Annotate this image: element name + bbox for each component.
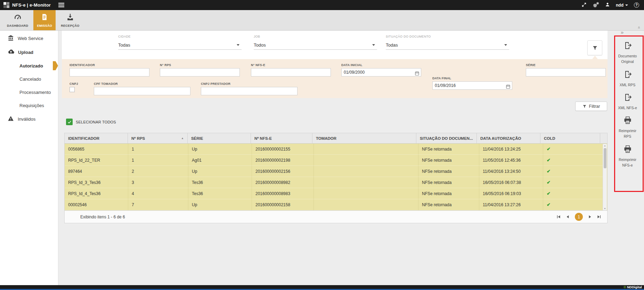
cell-situacao: NFSe retornada xyxy=(418,177,479,188)
column-n-rps[interactable]: Nº RPS▲ xyxy=(128,133,188,143)
cell-tomador xyxy=(314,144,418,155)
cell-situacao: NFSe retornada xyxy=(418,188,479,199)
cell-identificador: RPS_Id_22_TER xyxy=(65,155,128,166)
check-icon: ✔ xyxy=(547,169,551,174)
checked-checkbox-icon xyxy=(66,119,73,125)
cell-tomador xyxy=(314,188,418,199)
filter-situacao-value: Todas xyxy=(386,42,504,48)
field-serie: SÉRIE xyxy=(526,63,606,76)
select-all-label: SELECIONAR TODOS xyxy=(76,120,116,124)
sidebar-item-invalidos[interactable]: Inválidos xyxy=(0,112,58,126)
action-reimprimir-nfse[interactable]: Reimprimir NFS-e xyxy=(615,145,641,168)
n-nfse-input[interactable] xyxy=(251,68,331,76)
collapse-panel-icon[interactable]: » xyxy=(621,29,623,35)
table-scrollbar[interactable]: ▲ ▼ xyxy=(603,144,607,210)
printer-icon xyxy=(623,145,632,155)
cnpj-checkbox[interactable] xyxy=(70,87,75,92)
pagination: 1 xyxy=(556,213,607,221)
chevron-down-icon xyxy=(237,44,239,46)
first-page-button[interactable] xyxy=(556,215,561,219)
cell-data_autorizacao: 11/04/2016 13:24:25 xyxy=(479,144,543,155)
filter-situacao-select[interactable]: SITUAÇÃO DO DOCUMENTO Todas xyxy=(386,35,509,50)
cell-serie: Tes36 xyxy=(188,188,252,199)
sidebar-item-processamento[interactable]: Processamento xyxy=(0,86,58,99)
serie-input[interactable] xyxy=(526,68,606,76)
cell-data_autorizacao: 11/04/2016 13:24:50 xyxy=(479,166,543,177)
sidebar-item-requisicoes[interactable]: Requisições xyxy=(0,99,58,112)
actions-panel: Documento Original XML RPS XML NFS-e Rei… xyxy=(611,38,644,168)
cell-data_autorizacao: 11/04/2016 13:27:26 xyxy=(479,199,543,210)
cell-tomador xyxy=(314,166,418,177)
action-xml-rps[interactable]: XML RPS xyxy=(615,70,641,88)
field-n-nfse: N° NFS-E xyxy=(251,63,331,76)
action-reimprimir-rps[interactable]: Reimprimir RPS xyxy=(615,116,641,139)
table-row[interactable]: RPS_Id_3_Tes363Tes36201600000008982NFSe … xyxy=(65,177,607,188)
fullscreen-icon[interactable] xyxy=(581,2,587,8)
scroll-down-icon[interactable]: ▼ xyxy=(604,207,606,210)
scrollbar-thumb[interactable] xyxy=(604,148,606,168)
download-tray-icon xyxy=(66,13,74,22)
printer-icon xyxy=(623,116,632,126)
cell-n_rps: 4 xyxy=(128,188,188,199)
data-inicial-input[interactable] xyxy=(341,68,421,76)
sidebar-item-web-service[interactable]: Web Service xyxy=(0,31,58,45)
n-rps-input[interactable] xyxy=(160,68,240,76)
cnpj-prestador-input[interactable] xyxy=(201,87,297,95)
prev-page-button[interactable] xyxy=(565,215,570,219)
tab-emissao[interactable]: EMISSÃO xyxy=(33,10,56,30)
collapse-toolbar-icon[interactable]: » xyxy=(636,26,641,29)
sidebar-item-cancelado[interactable]: Cancelado xyxy=(0,72,58,86)
filter-cidade-select[interactable]: CIDADE Todas xyxy=(118,35,242,50)
chevron-down-icon xyxy=(504,44,507,46)
action-documento-original[interactable]: Documento Original xyxy=(615,41,641,65)
column-identificador[interactable]: IDENTIFICADOR xyxy=(65,133,128,143)
filtrar-button[interactable]: Filtrar xyxy=(575,102,607,111)
tab-recepcao[interactable]: RECEPÇÃO xyxy=(58,10,82,30)
cell-identificador: 00002546 xyxy=(65,199,128,210)
table-body: 00568651Up201600000002155NFSe retornada1… xyxy=(65,144,607,210)
table-row[interactable]: 8974642Up201600000002156NFSe retornada11… xyxy=(65,166,607,177)
column-n-nfse[interactable]: Nº NFS-E xyxy=(251,133,312,143)
sidebar-item-autorizado[interactable]: Autorizado xyxy=(0,59,58,72)
cell-serie: Up xyxy=(188,144,252,155)
column-tomador[interactable]: TOMADOR xyxy=(312,133,416,143)
help-icon[interactable]: ? xyxy=(634,2,639,8)
cpf-tomador-input[interactable] xyxy=(94,87,190,95)
check-icon: ✔ xyxy=(547,158,551,163)
cell-situacao: NFSe retornada xyxy=(418,166,479,177)
menu-icon[interactable] xyxy=(58,3,64,7)
results-table: IDENTIFICADOR Nº RPS▲ SÉRIE Nº NFS-E TOM… xyxy=(64,133,608,223)
action-xml-nfse[interactable]: XML NFS-e xyxy=(615,93,641,111)
column-situacao[interactable]: SITUAÇÃO DO DOCUMEN... xyxy=(416,133,477,143)
scroll-up-icon[interactable]: ▲ xyxy=(604,144,606,147)
bank-icon xyxy=(8,35,14,42)
select-all-checkbox[interactable]: SELECIONAR TODOS xyxy=(66,119,116,125)
items-count-text: Exibindo itens 1 - 6 de 6 xyxy=(80,215,125,219)
data-final-input[interactable] xyxy=(432,81,512,90)
table-row[interactable]: 000025467Up201600000002158NFSe retornada… xyxy=(65,199,607,210)
column-serie[interactable]: SÉRIE xyxy=(188,133,251,143)
user-icon[interactable] xyxy=(605,2,610,8)
app-window: NFS-e | e-Monitor ndd ? xyxy=(0,0,644,290)
toggle-filter-panel-button[interactable] xyxy=(587,40,602,55)
copyright-text: NDDigital xyxy=(627,285,642,289)
identificador-input[interactable] xyxy=(70,68,149,76)
next-page-button[interactable] xyxy=(588,215,592,219)
tab-dashboard[interactable]: DASHBOARD xyxy=(5,10,31,30)
table-header: IDENTIFICADOR Nº RPS▲ SÉRIE Nº NFS-E TOM… xyxy=(65,133,607,144)
filter-situacao-label: SITUAÇÃO DO DOCUMENTO xyxy=(386,35,509,38)
table-row[interactable]: 00568651Up201600000002155NFSe retornada1… xyxy=(65,144,607,155)
column-data-autorizacao[interactable]: DATA AUTORIZAÇÃO xyxy=(477,133,540,143)
user-menu[interactable]: ndd xyxy=(616,3,628,8)
table-row[interactable]: RPS_Id_22_TER1Ag01201600000002198NFSe re… xyxy=(65,155,607,166)
cell-identificador: RPS_Id_3_Tes36 xyxy=(65,177,128,188)
table-row[interactable]: RPS_Id_4_Tes364Tes36201600000008983NFSe … xyxy=(65,188,607,199)
sidebar-item-upload[interactable]: Upload xyxy=(0,45,58,59)
filter-job-select[interactable]: JOB Todos xyxy=(254,35,377,50)
last-page-button[interactable] xyxy=(597,215,602,219)
current-page-badge[interactable]: 1 xyxy=(575,213,583,221)
column-cold[interactable]: COLD xyxy=(540,133,600,143)
settings-gears-icon[interactable] xyxy=(593,2,599,9)
filter-cidade-value: Todas xyxy=(118,42,237,48)
cell-data_autorizacao: 11/05/2016 12:45:36 xyxy=(479,155,543,166)
